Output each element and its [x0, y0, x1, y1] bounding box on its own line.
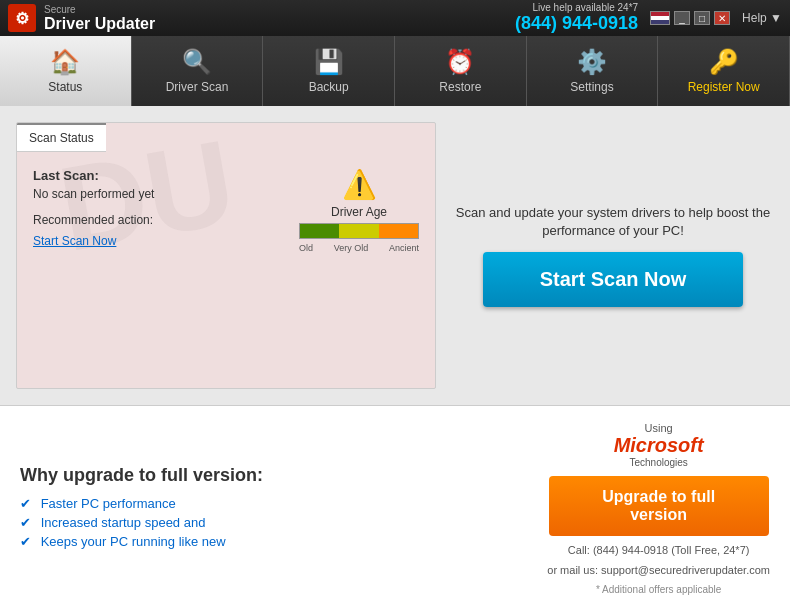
- scan-status-tab[interactable]: Scan Status: [17, 123, 106, 152]
- age-segment-orange: [379, 224, 418, 238]
- live-help-text: Live help available 24*7: [532, 2, 638, 13]
- age-label-very-old: Very Old: [334, 243, 369, 253]
- checkmark-3: ✔: [20, 534, 31, 549]
- register-icon: 🔑: [709, 48, 739, 76]
- upgrade-feature-2: ✔ Increased startup speed and: [20, 515, 263, 530]
- upgrade-right: Using Microsoft Technologies Upgrade to …: [547, 422, 770, 595]
- nav-label-driver-scan: Driver Scan: [166, 80, 229, 94]
- upgrade-feature-3: ✔ Keeps your PC running like new: [20, 534, 263, 549]
- top-section: Scan Status Last Scan: No scan performed…: [0, 106, 790, 405]
- settings-icon: ⚙️: [577, 48, 607, 76]
- age-segment-yellow: [339, 224, 378, 238]
- nav-item-restore[interactable]: ⏰ Restore: [395, 36, 527, 106]
- age-label-old: Old: [299, 243, 313, 253]
- nav-item-driver-scan[interactable]: 🔍 Driver Scan: [132, 36, 264, 106]
- recommended-action: Recommended action:: [33, 213, 279, 227]
- scan-description: Scan and update your system drivers to h…: [452, 204, 774, 240]
- nav-item-register[interactable]: 🔑 Register Now: [658, 36, 790, 106]
- feature-label-2: Increased startup speed and: [41, 515, 206, 530]
- svg-text:⚙: ⚙: [15, 10, 29, 27]
- microsoft-logo: Using Microsoft Technologies: [614, 422, 704, 468]
- warning-icon: ⚠️: [342, 168, 377, 201]
- title-bar: ⚙ Secure Driver Updater Live help availa…: [0, 0, 790, 36]
- backup-icon: 💾: [314, 48, 344, 76]
- nav-item-settings[interactable]: ⚙️ Settings: [527, 36, 659, 106]
- search-icon: 🔍: [182, 48, 212, 76]
- home-icon: 🏠: [50, 48, 80, 76]
- additional-info: * Additional offers applicable: [596, 584, 721, 595]
- nav-item-backup[interactable]: 💾 Backup: [263, 36, 395, 106]
- checkmark-1: ✔: [20, 496, 31, 511]
- phone-number: (844) 944-0918: [515, 13, 638, 34]
- close-button[interactable]: ✕: [714, 11, 730, 25]
- nav-label-restore: Restore: [439, 80, 481, 94]
- right-panel: Scan and update your system drivers to h…: [452, 122, 774, 389]
- minimize-button[interactable]: _: [674, 11, 690, 25]
- maximize-button[interactable]: □: [694, 11, 710, 25]
- driver-age-label: Driver Age: [331, 205, 387, 219]
- scan-status-panel: Scan Status Last Scan: No scan performed…: [16, 122, 436, 389]
- start-scan-button[interactable]: Start Scan Now: [483, 252, 743, 307]
- nav-item-status[interactable]: 🏠 Status: [0, 36, 132, 106]
- nav-label-settings: Settings: [570, 80, 613, 94]
- age-segment-green: [300, 224, 339, 238]
- app-logo: ⚙: [8, 4, 36, 32]
- upgrade-heading: Why upgrade to full version:: [20, 465, 263, 486]
- age-bar: [299, 223, 419, 239]
- upgrade-feature-1: ✔ Faster PC performance: [20, 496, 263, 511]
- help-button[interactable]: Help ▼: [742, 11, 782, 25]
- call-info: Call: (844) 944-0918 (Toll Free, 24*7): [568, 544, 750, 556]
- bottom-section: Why upgrade to full version: ✔ Faster PC…: [0, 405, 790, 611]
- window-controls: _ □ ✕: [650, 11, 730, 25]
- nav-label-register: Register Now: [688, 80, 760, 94]
- live-help: Live help available 24*7 (844) 944-0918: [515, 2, 638, 34]
- title-bar-left: ⚙ Secure Driver Updater: [8, 4, 155, 33]
- nav-label-status: Status: [48, 80, 82, 94]
- main-content: DU Scan Status Last Scan: No scan perfor…: [0, 106, 790, 611]
- ms-using-label: Using: [614, 422, 704, 434]
- driver-age-section: ⚠️ Driver Age Old Very Old Ancient: [299, 168, 419, 253]
- no-scan-text: No scan performed yet: [33, 187, 279, 201]
- ms-name: Microsoft: [614, 434, 704, 457]
- feature-label-1: Faster PC performance: [41, 496, 176, 511]
- email-info: or mail us: support@securedriverupdater.…: [547, 564, 770, 576]
- nav-bar: 🏠 Status 🔍 Driver Scan 💾 Backup ⏰ Restor…: [0, 36, 790, 106]
- secure-label: Secure: [44, 4, 155, 15]
- flag-icon: [650, 11, 670, 25]
- ms-tech: Technologies: [614, 457, 704, 468]
- last-scan-label: Last Scan:: [33, 168, 279, 183]
- checkmark-2: ✔: [20, 515, 31, 530]
- title-bar-text: Secure Driver Updater: [44, 4, 155, 33]
- upgrade-button[interactable]: Upgrade to full version: [549, 476, 769, 536]
- restore-icon: ⏰: [445, 48, 475, 76]
- feature-label-3: Keeps your PC running like new: [41, 534, 226, 549]
- app-title: Driver Updater: [44, 15, 155, 33]
- nav-label-backup: Backup: [309, 80, 349, 94]
- upgrade-left: Why upgrade to full version: ✔ Faster PC…: [20, 465, 263, 553]
- scan-info: Last Scan: No scan performed yet Recomme…: [33, 168, 279, 253]
- title-bar-right: Live help available 24*7 (844) 944-0918 …: [515, 2, 782, 34]
- start-scan-link[interactable]: Start Scan Now: [33, 234, 116, 248]
- age-label-ancient: Ancient: [389, 243, 419, 253]
- age-bar-labels: Old Very Old Ancient: [299, 243, 419, 253]
- scan-panel-body: Last Scan: No scan performed yet Recomme…: [17, 152, 435, 269]
